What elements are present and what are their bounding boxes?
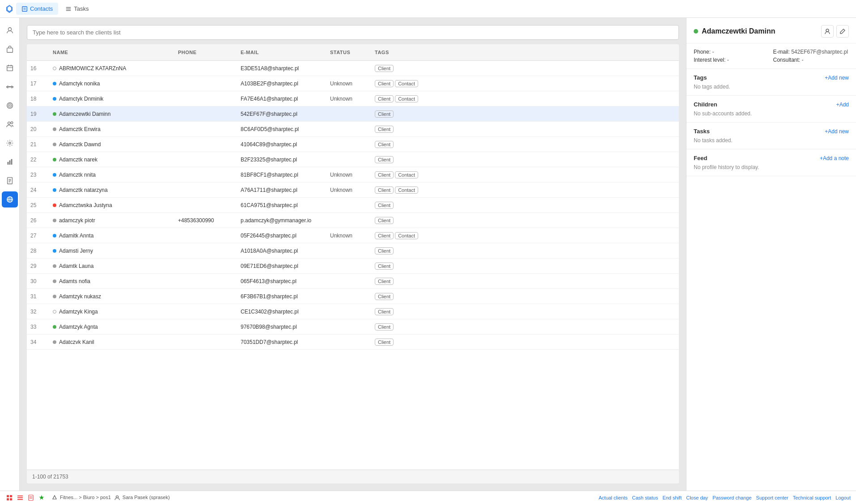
tag-badge[interactable]: Contact <box>395 95 418 102</box>
detail-email: E-mail: 542EF67F@sharptec.pl <box>773 49 849 55</box>
sidebar-item-people[interactable] <box>2 116 18 132</box>
link-actual-clients[interactable]: Actual clients <box>598 495 627 500</box>
table-row[interactable]: 21Adamcztk Dawnd41064C89@sharptec.plClie… <box>27 137 679 152</box>
link-support-center[interactable]: Support center <box>756 495 788 500</box>
tag-badge[interactable]: Client <box>375 65 394 72</box>
tag-badge[interactable]: Contact <box>395 186 418 194</box>
row-tags: ClientContact <box>371 185 679 195</box>
tag-badge[interactable]: Client <box>375 323 394 330</box>
tag-badge[interactable]: Client <box>375 293 394 300</box>
detail-children-add[interactable]: +Add <box>836 102 849 108</box>
table-row[interactable]: 34Adatczvk Kanil70351DD7@sharptec.plClie… <box>27 335 679 350</box>
link-end-shift[interactable]: End shift <box>662 495 682 500</box>
sidebar-item-shopping[interactable] <box>2 41 18 57</box>
left-sidebar <box>0 18 20 491</box>
table-row[interactable]: 23Adamcztk nnita81BF8CF1@sharptec.plUnkn… <box>27 167 679 182</box>
sidebar-item-document[interactable] <box>2 173 18 189</box>
tab-contacts[interactable]: Contacts <box>16 3 58 15</box>
tag-badge[interactable]: Client <box>375 141 394 148</box>
row-name: Adamcztk natarzyna <box>49 185 174 195</box>
svg-point-6 <box>8 28 11 31</box>
tag-badge[interactable]: Client <box>375 308 394 315</box>
table-row[interactable]: 16ABRtMOWICZ KATARZnNAE3DE51A8@sharptec.… <box>27 61 679 76</box>
row-tags: Client <box>371 276 679 287</box>
link-technical-support[interactable]: Technical support <box>793 495 831 500</box>
svg-rect-12 <box>6 86 7 88</box>
table-row[interactable]: 31Adamtzyk nukasz6F3B67B1@sharptec.plCli… <box>27 289 679 304</box>
table-row[interactable]: 19Adamczewtki Daminn542EF67F@sharptec.pl… <box>27 106 679 122</box>
detail-feed-add[interactable]: +Add a note <box>820 155 849 161</box>
tag-badge[interactable]: Client <box>375 232 394 239</box>
row-num: 29 <box>27 261 49 271</box>
row-tags: Client <box>371 124 679 135</box>
table-row[interactable]: 27Adamitk Annta05F26445@sharptec.plUnkno… <box>27 228 679 243</box>
table-header: NAME PHONE E-MAIL STATUS TAGS <box>27 44 679 61</box>
tag-badge[interactable]: Client <box>375 263 394 270</box>
row-name: Adamcztk nnita <box>49 170 174 180</box>
tag-badge[interactable]: Contact <box>395 80 418 87</box>
table-row[interactable]: 18Adamctyk DnminikFA7E46A1@sharptec.plUn… <box>27 91 679 106</box>
tag-badge[interactable]: Contact <box>395 171 418 178</box>
table-row[interactable]: 30Adamts nofia065F4613@sharptec.plClient <box>27 274 679 289</box>
grid2-icon[interactable] <box>16 494 24 502</box>
sidebar-item-network[interactable] <box>2 191 18 208</box>
detail-profile-button[interactable] <box>821 25 834 38</box>
row-num: 27 <box>27 231 49 241</box>
tag-badge[interactable]: Client <box>375 110 394 118</box>
main-layout: NAME PHONE E-MAIL STATUS TAGS 16ABRtMOWI… <box>0 18 856 491</box>
tag-badge[interactable]: Client <box>375 80 394 87</box>
table-row[interactable]: 33Adamtzyk Agnta97670B98@sharptec.plClie… <box>27 319 679 335</box>
sidebar-item-user[interactable] <box>2 22 18 38</box>
row-num: 18 <box>27 94 49 104</box>
tab-tasks[interactable]: Tasks <box>60 3 94 15</box>
link-logout[interactable]: Logout <box>835 495 851 500</box>
svg-rect-24 <box>9 160 10 165</box>
row-email: A76A1711@sharptec.pl <box>237 185 326 195</box>
star-icon[interactable] <box>38 494 46 502</box>
detail-edit-button[interactable] <box>836 25 849 38</box>
table-row[interactable]: 17Adamctyk nonikaA103BE2F@sharptec.plUnk… <box>27 76 679 91</box>
tag-badge[interactable]: Client <box>375 278 394 285</box>
link-password-change[interactable]: Password change <box>712 495 751 500</box>
tag-badge[interactable]: Client <box>375 202 394 209</box>
row-email: 05F26445@sharptec.pl <box>237 231 326 241</box>
svg-rect-8 <box>7 66 13 71</box>
tag-badge[interactable]: Client <box>375 217 394 224</box>
tag-badge[interactable]: Client <box>375 156 394 163</box>
link-cash-status[interactable]: Cash status <box>632 495 658 500</box>
tag-badge[interactable]: Client <box>375 95 394 102</box>
tag-badge[interactable]: Client <box>375 339 394 346</box>
link-close-day[interactable]: Close day <box>686 495 708 500</box>
sidebar-item-calendar[interactable] <box>2 60 18 76</box>
row-name-text: Adamtk Launa <box>59 263 93 269</box>
search-input[interactable] <box>27 25 679 40</box>
table-row[interactable]: 28Adamsti JernyA1018A0A@sharptec.plClien… <box>27 243 679 258</box>
table-row[interactable]: 26adamczyk piotr+48536300990p.adamczyk@g… <box>27 213 679 228</box>
tag-badge[interactable]: Client <box>375 247 394 254</box>
tag-badge[interactable]: Contact <box>395 232 418 239</box>
grid1-icon[interactable] <box>5 494 13 502</box>
row-phone <box>174 280 237 283</box>
sidebar-item-reports[interactable] <box>2 154 18 170</box>
tag-badge[interactable]: Client <box>375 171 394 178</box>
row-tags: Client <box>371 139 679 150</box>
detail-tasks-add[interactable]: +Add new <box>825 128 849 135</box>
row-name: Adamsti Jerny <box>49 246 174 256</box>
row-tags: ClientContact <box>371 78 679 89</box>
sidebar-item-target[interactable] <box>2 97 18 114</box>
row-num: 28 <box>27 246 49 256</box>
table-row[interactable]: 29Adamtk Launa09E71ED6@sharptec.plClient <box>27 258 679 274</box>
tag-badge[interactable]: Client <box>375 126 394 133</box>
table-row[interactable]: 25Adamcztwska Justyna61CA9751@sharptec.p… <box>27 198 679 213</box>
detail-tags-add[interactable]: +Add new <box>825 75 849 81</box>
detail-tags-title: Tags <box>694 74 707 81</box>
table-row[interactable]: 24Adamcztk natarzynaA76A1711@sharptec.pl… <box>27 182 679 198</box>
table-row[interactable]: 22Adamcztk narekB2F23325@sharptec.plClie… <box>27 152 679 167</box>
sidebar-item-fitness[interactable] <box>2 79 18 95</box>
tag-badge[interactable]: Client <box>375 186 394 194</box>
sidebar-item-settings[interactable] <box>2 135 18 151</box>
table-row[interactable]: 20Adamcztk Enwira8C6AF0D5@sharptec.plCli… <box>27 122 679 137</box>
row-tags: Client <box>371 291 679 302</box>
table-row[interactable]: 32Adamtzyk KingaCE1C3402@sharptec.plClie… <box>27 304 679 319</box>
file-icon[interactable] <box>27 494 35 502</box>
